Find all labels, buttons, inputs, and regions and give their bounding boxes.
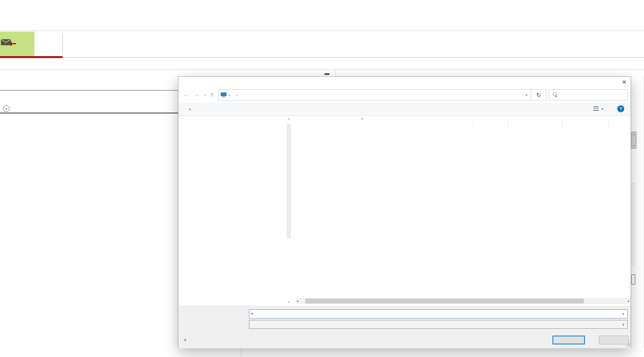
original-message-line [2,97,4,102]
incoming-arrow-icon [12,43,16,44]
history-chevron-icon[interactable]: ∨ [204,93,206,97]
tabstrip-baseline [63,57,644,58]
scroll-down-icon[interactable]: ▾ [286,300,291,304]
horizontal-scrollbar[interactable]: ◂ ▸ [296,298,630,304]
close-icon[interactable]: × [617,77,631,87]
scrollbar-thumb[interactable] [287,124,291,238]
organize-button[interactable]: ▾ [187,108,191,111]
search-input[interactable] [561,92,622,98]
cancel-button[interactable] [599,336,629,344]
active-tab-underline [0,56,63,58]
save-email-dialog: × ← → ∨ ↑ › › ∨ ↻ ▾ ▾ ? ▴ ▾ ∧ [178,76,631,348]
background-scrollbar[interactable]: ▴▾ [631,132,636,149]
breadcrumb-separator: › [229,93,231,97]
folder-tree [178,116,291,305]
ribbon-toolbar [0,0,644,31]
search-icon [553,92,558,97]
column-divider[interactable] [562,121,562,128]
collapse-dash-icon[interactable] [324,73,329,75]
verlauf-divider [0,90,178,90]
tab-divider [62,33,63,55]
save-type-select[interactable]: ∨ [249,320,628,329]
background-panel-edge [632,183,635,265]
back-icon[interactable]: ← [183,91,189,98]
view-mode-icon[interactable] [593,107,599,111]
hide-folders-chevron-icon: ∧ [184,338,186,342]
collapse-chevron-icon[interactable]: ∨ [3,105,10,112]
search-box[interactable] [549,89,628,100]
scroll-up-icon[interactable]: ▴ [633,133,635,136]
file-name-input[interactable]: ∨ [249,309,628,318]
tree-scrollbar[interactable]: ▴ ▾ [286,116,291,305]
column-divider[interactable] [472,121,472,128]
scroll-right-icon[interactable]: ▸ [628,299,630,303]
scroll-down-icon[interactable]: ▾ [633,144,635,147]
breadcrumb-separator: › [236,93,238,97]
refresh-icon[interactable]: ↻ [531,89,546,100]
background-panel-divider [241,348,241,357]
up-icon[interactable]: ↑ [210,91,214,98]
view-mode-caret-icon[interactable]: ▾ [602,107,603,111]
scroll-left-icon[interactable]: ◂ [297,299,298,303]
save-type-dropdown-icon[interactable]: ∨ [622,323,625,326]
app-right-border [643,76,644,348]
scroll-up-icon[interactable]: ▴ [286,117,291,120]
file-name-dropdown-icon[interactable]: ∨ [622,312,625,316]
help-button[interactable]: ? [617,105,624,112]
list-header-row [292,120,630,128]
background-field-edge [631,275,635,284]
forward-icon[interactable]: → [194,91,200,98]
address-dropdown-icon[interactable]: ∨ [525,93,528,97]
column-divider[interactable] [609,121,609,128]
column-divider[interactable] [507,121,508,128]
save-button[interactable] [552,336,585,344]
scrollbar-thumb[interactable] [305,299,584,304]
file-list: ∧ [292,116,630,305]
address-bar[interactable]: › › ∨ [218,89,531,100]
dialog-command-bar: ▾ [178,103,631,116]
hide-folders-button[interactable]: ∧ [184,338,189,342]
aktionen-divider [336,70,336,76]
panel-top-border [0,69,644,69]
organize-caret-icon: ▾ [189,108,191,111]
message-divider [0,113,178,113]
desktop-location-icon [221,92,226,96]
file-name-value [251,313,253,314]
